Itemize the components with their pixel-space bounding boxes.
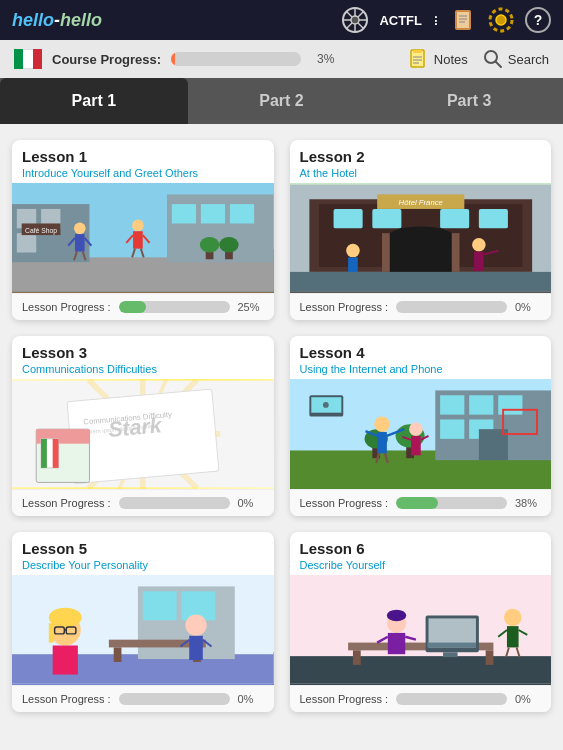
lesson-6-image [290, 575, 552, 685]
lesson-6-progress-track [396, 693, 507, 705]
lesson-1-progress-track [119, 301, 230, 313]
lesson-4-header: Lesson 4 Using the Internet and Phone [290, 336, 552, 379]
lesson-4-progress-label: Lesson Progress : [300, 497, 389, 509]
gear-cog-icon[interactable] [487, 6, 515, 34]
lesson-6-subtitle: Describe Yourself [300, 559, 542, 571]
svg-point-125 [185, 615, 206, 636]
svg-rect-130 [290, 656, 552, 683]
lesson-2-title: Lesson 2 [300, 148, 542, 165]
svg-rect-98 [377, 432, 387, 453]
lesson-3-title: Lesson 3 [22, 344, 264, 361]
svg-rect-30 [201, 204, 225, 223]
lesson-2-progress-pct: 0% [515, 301, 541, 313]
svg-rect-81 [41, 439, 47, 468]
search-button[interactable]: Search [482, 48, 549, 70]
tab-part2[interactable]: Part 2 [188, 78, 376, 124]
progress-right: Notes Search [408, 48, 549, 70]
svg-point-38 [132, 220, 144, 232]
svg-rect-120 [49, 623, 54, 642]
lesson-3-progress-label: Lesson Progress : [22, 497, 111, 509]
svg-point-142 [386, 610, 405, 622]
svg-rect-104 [411, 436, 421, 455]
lesson-4-progress-fill [396, 497, 438, 509]
progress-label: Course Progress: [52, 52, 161, 67]
lesson-3-footer: Lesson Progress : 0% [12, 489, 274, 516]
svg-rect-29 [172, 204, 196, 223]
lesson-5-progress-pct: 0% [238, 693, 264, 705]
svg-point-63 [472, 238, 486, 252]
header-center-controls: ACTFL ⫶ ? [341, 6, 551, 34]
search-icon [482, 48, 504, 70]
lesson-3-subtitle: Communications Difficulties [22, 363, 264, 375]
svg-rect-88 [498, 395, 522, 414]
app-logo[interactable]: hello-hello [12, 10, 102, 31]
bars-icon: ⫶ [432, 12, 439, 28]
svg-text:Café Shop: Café Shop [25, 227, 57, 235]
svg-rect-21 [12, 257, 274, 291]
lesson-card-6[interactable]: Lesson 6 Describe Yourself [290, 532, 552, 712]
svg-point-45 [200, 237, 219, 252]
svg-rect-54 [478, 209, 507, 228]
lesson-card-4[interactable]: Lesson 4 Using the Internet and Phone [290, 336, 552, 516]
lesson-2-image: Hôtel France [290, 183, 552, 293]
svg-point-5 [351, 16, 359, 24]
tab-part1[interactable]: Part 1 [0, 78, 188, 124]
lesson-5-title: Lesson 5 [22, 540, 264, 557]
svg-point-61 [346, 244, 360, 258]
svg-rect-66 [290, 272, 552, 291]
svg-point-58 [386, 226, 454, 249]
lesson-5-header: Lesson 5 Describe Your Personality [12, 532, 274, 575]
logo-text: hello-hello [12, 10, 102, 31]
lesson-card-5[interactable]: Lesson 5 Describe Your Personality [12, 532, 274, 712]
svg-rect-64 [474, 252, 484, 271]
lesson-card-2[interactable]: Lesson 2 At the Hotel Hôtel France [290, 140, 552, 320]
svg-rect-31 [230, 204, 254, 223]
notes-button[interactable]: Notes [408, 48, 468, 70]
lesson-5-image [12, 575, 274, 685]
lesson-card-1[interactable]: Lesson 1 Introduce Yourself and Greet Ot… [12, 140, 274, 320]
lesson-3-image: Stark Communications Difficulty Lorem ip… [12, 379, 274, 489]
svg-rect-133 [485, 650, 493, 665]
svg-rect-124 [53, 645, 78, 674]
svg-point-47 [219, 237, 238, 252]
lesson-4-image [290, 379, 552, 489]
svg-point-109 [322, 402, 328, 408]
svg-line-19 [495, 62, 501, 68]
lesson-5-subtitle: Describe Your Personality [22, 559, 264, 571]
svg-rect-25 [17, 233, 36, 252]
progress-percent: 3% [317, 52, 334, 66]
svg-rect-139 [387, 633, 404, 654]
lesson-4-footer: Lesson Progress : 38% [290, 489, 552, 516]
svg-rect-137 [427, 643, 475, 648]
app-header: hello-hello ACTFL ⫶ ? [0, 0, 563, 40]
svg-rect-39 [133, 231, 143, 248]
lesson-4-progress-pct: 38% [515, 497, 541, 509]
svg-rect-89 [440, 419, 464, 438]
help-button[interactable]: ? [525, 7, 551, 33]
progress-left: Course Progress: 3% [14, 49, 334, 69]
lesson-1-progress-fill [119, 301, 147, 313]
lesson-3-progress-track [119, 497, 230, 509]
lesson-2-subtitle: At the Hotel [300, 167, 542, 179]
svg-rect-82 [53, 439, 59, 468]
svg-rect-7 [457, 12, 469, 28]
svg-point-143 [504, 609, 521, 626]
tab-part3[interactable]: Part 3 [375, 78, 563, 124]
svg-rect-60 [451, 233, 459, 272]
lesson-card-3[interactable]: Lesson 3 Communications Difficulties [12, 336, 274, 516]
lesson-4-subtitle: Using the Internet and Phone [300, 363, 542, 375]
svg-point-119 [49, 608, 82, 627]
svg-rect-59 [382, 233, 390, 272]
svg-text:Hôtel France: Hôtel France [398, 198, 443, 207]
lesson-5-progress-label: Lesson Progress : [22, 693, 111, 705]
svg-rect-53 [440, 209, 469, 228]
svg-rect-52 [372, 209, 401, 228]
lesson-2-footer: Lesson Progress : 0% [290, 293, 552, 320]
settings-icon[interactable] [341, 6, 369, 34]
lesson-1-header: Lesson 1 Introduce Yourself and Greet Ot… [12, 140, 274, 183]
lesson-6-progress-pct: 0% [515, 693, 541, 705]
book-icon[interactable] [449, 6, 477, 34]
progress-fill [171, 52, 175, 66]
lesson-1-progress-label: Lesson Progress : [22, 301, 111, 313]
lesson-2-header: Lesson 2 At the Hotel [290, 140, 552, 183]
